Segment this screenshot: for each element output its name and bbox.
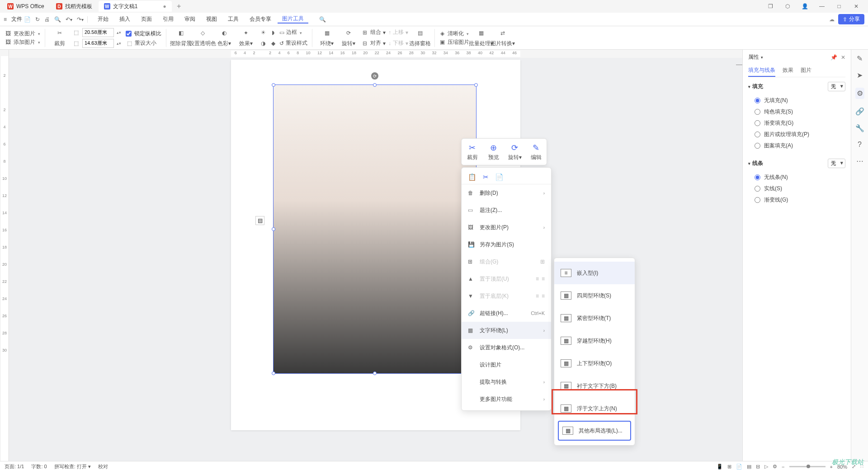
float-crop-button[interactable]: ✂裁剪 [462, 139, 483, 165]
canvas-area[interactable]: 6422468101214161820222426283032343638404… [9, 50, 742, 461]
menu-page[interactable]: 页面 [137, 15, 156, 23]
sb-view1-icon[interactable]: 📱 [717, 464, 723, 470]
change-image-button[interactable]: 🖼更改图片 [5, 30, 40, 38]
panel-tab-effect[interactable]: 效果 [783, 65, 793, 77]
handle-ml[interactable] [272, 227, 275, 231]
handle-bc[interactable] [373, 371, 377, 375]
fill-none[interactable]: 无填充(N) [748, 95, 845, 106]
cm-delete[interactable]: 🗑删除(D)› [462, 184, 551, 202]
cm-extract[interactable]: 提取与转换› [462, 373, 551, 390]
cm-change-image[interactable]: 🖼更改图片(P)› [462, 219, 551, 236]
sb-link-icon[interactable]: 🔗 [855, 107, 864, 116]
app-tab-wps[interactable]: W WPS Office [2, 1, 50, 12]
save-icon[interactable]: 📄 [24, 16, 31, 23]
convert-button[interactable]: ⇄图片转换▾ [492, 28, 514, 48]
float-edit-button[interactable]: ✎编辑 [525, 139, 547, 165]
sm-behind[interactable]: ▦衬于文字下方(B) [554, 375, 635, 397]
status-spell[interactable]: 拼写检查: 打开 ▾ [54, 463, 91, 470]
color-button[interactable]: ◐色彩▾ [213, 28, 235, 48]
status-page[interactable]: 页面: 1/1 [5, 463, 24, 470]
sb-more-icon[interactable]: ⋯ [856, 157, 863, 165]
combine-button[interactable]: ⊞组合▾ [361, 28, 386, 36]
sb-select-icon[interactable]: ➤ [857, 71, 863, 80]
menu-start[interactable]: 开始 [93, 15, 113, 23]
tab-close-icon[interactable]: ● [163, 3, 166, 9]
avatar-icon[interactable]: 👤 [798, 1, 811, 12]
height-input[interactable] [82, 39, 114, 48]
handle-tl[interactable] [272, 83, 275, 87]
cm-save-as-image[interactable]: 💾另存为图片(S) [462, 236, 551, 253]
panel-tab-fill[interactable]: 填充与线条 [748, 65, 775, 77]
line-select[interactable]: 无 ▾ [828, 159, 845, 168]
redo-icon[interactable]: ↷▾ [77, 16, 84, 23]
sb-tools-icon[interactable]: 🔧 [855, 124, 864, 132]
cm-design-image[interactable]: 设计图片 [462, 356, 551, 373]
preview-icon[interactable]: 🔍 [54, 16, 61, 23]
handle-tc[interactable] [373, 83, 377, 87]
menu-insert[interactable]: 插入 [115, 15, 135, 23]
float-preview-button[interactable]: ⊕预览 [483, 139, 504, 165]
zoom-slider[interactable] [789, 466, 826, 467]
status-proof[interactable]: 校对 [98, 463, 108, 470]
paste-icon[interactable]: 📄 [495, 173, 504, 181]
menu-view[interactable]: 视图 [202, 15, 222, 23]
sm-topbottom[interactable]: ▦上下型环绕(O) [554, 352, 635, 375]
cut-icon[interactable]: ✂ [483, 173, 489, 181]
handle-bl[interactable] [272, 371, 275, 375]
crop-button[interactable]: ✂裁剪 [49, 28, 71, 48]
remove-bg-button[interactable]: ◧抠除背景 [170, 28, 192, 48]
align-button[interactable]: ⊟对齐▾ [361, 39, 386, 47]
new-tab-button[interactable]: + [173, 1, 185, 12]
fill-heading[interactable]: 填充 [752, 83, 763, 90]
fill-pattern[interactable]: 图案填充(A) [748, 140, 845, 151]
search-icon[interactable]: 🔍 [319, 16, 326, 23]
zoom-out-button[interactable]: − [782, 464, 784, 470]
cm-object-format[interactable]: ⚙设置对象格式(O)... [462, 339, 551, 356]
layout-tag-icon[interactable]: ▤ [255, 216, 264, 225]
fill-select[interactable]: 无 ▾ [828, 82, 845, 91]
panel-tab-image[interactable]: 图片 [801, 65, 811, 77]
fill-picture[interactable]: 图片或纹理填充(P) [748, 129, 845, 140]
contrast-icon[interactable]: ◑ [259, 40, 267, 47]
app-tab-document[interactable]: W 文字文稿1 ● [99, 1, 172, 12]
brightness-icon[interactable]: ☀ [259, 29, 267, 36]
menu-file[interactable]: 文件 [11, 15, 22, 23]
line-none[interactable]: 无线条(N) [748, 172, 845, 183]
fill-gradient[interactable]: 渐变填充(G) [748, 118, 845, 129]
effect2-icon[interactable]: ◆ [269, 40, 277, 47]
panel-minimize-icon[interactable]: — [736, 61, 742, 68]
menu-member[interactable]: 会员专享 [245, 15, 276, 23]
maximize-button[interactable]: □ [833, 1, 845, 12]
line-heading[interactable]: 线条 [752, 160, 763, 167]
width-input[interactable] [82, 28, 114, 37]
panel-close-icon[interactable]: ✕ [841, 54, 845, 61]
sm-square[interactable]: ▦四周型环绕(S) [554, 284, 635, 307]
sb-view4-icon[interactable]: ▤ [747, 464, 751, 470]
sm-front[interactable]: ▦浮于文字上方(N) [554, 397, 635, 420]
menu-tools[interactable]: 工具 [223, 15, 243, 23]
sm-inline[interactable]: ≡嵌入型(I) [554, 262, 635, 284]
line-gradient[interactable]: 渐变线(G) [748, 194, 845, 206]
sb-view5-icon[interactable]: ⊟ [756, 464, 760, 470]
fill-solid[interactable]: 纯色填充(S) [748, 106, 845, 118]
menu-review[interactable]: 审阅 [180, 15, 200, 23]
shadow-icon[interactable]: ◗ [269, 29, 277, 36]
line-solid[interactable]: 实线(S) [748, 183, 845, 194]
cloud-icon[interactable]: ☁ [829, 16, 835, 23]
sb-edit-icon[interactable]: ✎ [857, 54, 863, 63]
reset-style-button[interactable]: ↺重设样式 [279, 39, 307, 47]
sb-settings-icon[interactable]: ⚙ [855, 88, 864, 99]
sync-icon[interactable]: ↻ [35, 16, 40, 23]
cm-text-wrap[interactable]: ▦文字环绕(L)› [462, 322, 551, 339]
print-icon[interactable]: 🖨 [44, 16, 50, 23]
lock-ratio-checkbox[interactable] [126, 31, 132, 37]
cm-more[interactable]: 更多图片功能› [462, 390, 551, 408]
copy-icon[interactable]: 📋 [468, 173, 476, 181]
menu-icon[interactable]: ≡ [4, 16, 7, 23]
menu-reference[interactable]: 引用 [158, 15, 178, 23]
cm-caption[interactable]: ▭题注(Z)... [462, 202, 551, 219]
rotate-handle[interactable]: ⟳ [371, 72, 378, 80]
sb-view2-icon[interactable]: ⊞ [727, 464, 731, 470]
sb-view3-icon[interactable]: 📄 [736, 464, 742, 470]
undo-icon[interactable]: ↶▾ [66, 16, 72, 23]
